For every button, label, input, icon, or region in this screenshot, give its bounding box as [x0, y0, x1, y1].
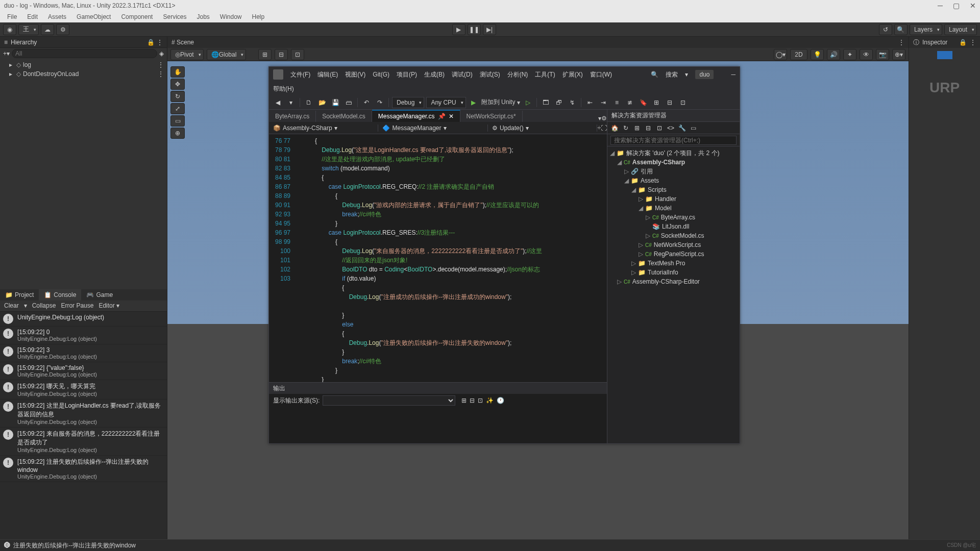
indent-in-icon[interactable]: ⇥ [598, 97, 609, 108]
tb-icon-a[interactable]: 🗔 [540, 97, 551, 108]
hand-tool-icon[interactable]: ✋ [170, 66, 185, 78]
play-button[interactable]: ▶ [452, 24, 465, 35]
expand-icon[interactable]: ▸ [9, 70, 14, 78]
more-icon[interactable]: ⋮ [970, 39, 976, 46]
layout-dropdown[interactable]: Layout [944, 24, 977, 35]
maximize-icon[interactable]: ▢ [953, 2, 960, 10]
split-icon[interactable]: ÷ [597, 124, 601, 132]
vs-menu-help[interactable]: 帮助(H) [273, 85, 294, 93]
save-all-icon[interactable]: 🗃 [343, 97, 354, 108]
scene-tab[interactable]: # Scene [172, 39, 194, 46]
error-pause-button[interactable]: Error Pause [61, 302, 93, 309]
gear-icon[interactable]: ⚙ [56, 24, 69, 35]
vs-menu-git[interactable]: Git(G) [373, 71, 389, 78]
crumb-class[interactable]: 🔷 MessageManager ▾ [378, 124, 487, 132]
vs-menu-debug[interactable]: 调试(D) [452, 70, 473, 79]
sln-file[interactable]: ▷C# NetWorkScript.cs [607, 240, 740, 249]
menu-edit[interactable]: Edit [23, 12, 42, 21]
fullscreen-icon[interactable]: ⛶ [601, 124, 607, 132]
fx-icon[interactable]: ✦ [843, 49, 856, 60]
camera-icon[interactable]: 📷 [876, 49, 889, 60]
sln-i2-icon[interactable]: ⊟ [643, 123, 653, 133]
global-dropdown[interactable]: 🌐 Global [207, 49, 247, 60]
out-icon-d[interactable]: ✨ [486, 397, 494, 404]
start-debug-button[interactable]: ▶ [468, 97, 479, 108]
menu-component[interactable]: Component [117, 12, 157, 21]
vs-menu-file[interactable]: 文件(F) [290, 70, 310, 79]
cloud-icon[interactable]: ☁ [41, 24, 54, 35]
config-dropdown[interactable]: Debug [392, 97, 424, 108]
sln-i5-icon[interactable]: ▭ [688, 123, 698, 133]
tb-icon-f[interactable]: ⊡ [677, 97, 689, 108]
log-row[interactable]: ![15:09:22] 这里是LoginHandler.cs 要read了,读取… [0, 399, 167, 428]
snap2-icon[interactable]: ⊡ [291, 49, 304, 60]
sln-tm[interactable]: ▷📁 TextMesh Pro [607, 259, 740, 268]
log-row[interactable]: !UnityEngine.Debug:Log (object) [0, 312, 167, 327]
menu-help[interactable]: Help [248, 12, 269, 21]
lock-icon[interactable]: 🔒 [147, 39, 155, 46]
rect-tool-icon[interactable]: ▭ [170, 115, 185, 127]
search-icon[interactable]: 🔍 [894, 24, 908, 35]
sln-i3-icon[interactable]: ⊡ [654, 123, 665, 133]
sln-ref[interactable]: ▷🔗 引用 [607, 167, 740, 176]
vs-menu-build[interactable]: 生成(B) [424, 70, 445, 79]
more-icon[interactable]: ⋮ [158, 61, 164, 68]
sln-tut[interactable]: ▷📁 TutorialInfo [607, 268, 740, 277]
vs-menu-ext[interactable]: 扩展(X) [562, 70, 583, 79]
undo-history-icon[interactable]: ↺ [879, 24, 892, 35]
console-body[interactable]: !UnityEngine.Debug:Log (object)![15:09:2… [0, 312, 167, 540]
new-icon[interactable]: 🗋 [303, 97, 314, 108]
tree-item[interactable]: ▸ ◇ log ⋮ [0, 60, 167, 69]
pivot-dropdown[interactable]: ◎ Pivot [170, 49, 204, 60]
transform-tool-icon[interactable]: ⊕ [170, 128, 185, 139]
output-src-select[interactable] [323, 395, 455, 406]
save-icon[interactable]: 💾 [330, 97, 341, 108]
sln-home-icon[interactable]: 🏠 [609, 123, 620, 133]
clear-button[interactable]: Clear [4, 302, 19, 309]
undo-icon[interactable]: ↶ [361, 97, 372, 108]
vs-menu-test[interactable]: 测试(S) [480, 70, 500, 79]
account-icon[interactable]: ◉ [3, 24, 16, 35]
game-tab[interactable]: 🎮 Game [81, 289, 118, 300]
step-button[interactable]: ▶| [483, 24, 496, 35]
vs-menu-view[interactable]: 视图(V) [345, 70, 365, 79]
nav-back-icon[interactable]: ◀ [272, 97, 283, 108]
project-tab[interactable]: 📁 Project [0, 289, 39, 300]
move-tool-icon[interactable]: ✥ [170, 79, 185, 90]
vs-menu-tools[interactable]: 工具(T) [535, 70, 555, 79]
scale-tool-icon[interactable]: ⤢ [170, 103, 185, 114]
layers-dropdown[interactable]: Layers [910, 24, 942, 35]
log-row[interactable]: ![15:09:22] 0UnityEngine.Debug:Log (obje… [0, 327, 167, 344]
menu-jobs[interactable]: Jobs [192, 12, 213, 21]
sln-wrench-icon[interactable]: 🔧 [677, 123, 687, 133]
indent-out-icon[interactable]: ⇤ [584, 97, 596, 108]
sln-scripts[interactable]: ◢📁 Scripts [607, 185, 740, 194]
sln-file[interactable]: ▷C# ByteArray.cs [607, 213, 740, 222]
editor-tab-active[interactable]: MessageManager.cs 📌 ✕ [372, 110, 460, 122]
log-row[interactable]: ![15:09:22] 来自服务器的消息，2222222222看看注册是否成功了… [0, 428, 167, 456]
vs-menu-edit[interactable]: 编辑(E) [317, 70, 338, 79]
crumb-method[interactable]: ⚙ Update() ▾ [488, 124, 597, 132]
rotate-tool-icon[interactable]: ↻ [170, 91, 185, 102]
platform-dropdown[interactable]: Any CPU [426, 97, 465, 108]
vs-menu-window[interactable]: 窗口(W) [590, 70, 612, 79]
editor-tab[interactable]: SocketModel.cs [316, 111, 372, 122]
close-icon[interactable]: ✕ [970, 2, 976, 10]
more-icon[interactable]: ⋮ [157, 39, 163, 46]
vs-minimize-icon[interactable]: ─ [731, 71, 736, 78]
scene-dropdown[interactable]: 王 [18, 24, 39, 35]
code-area[interactable]: { Debug.Log("这里是LoginHandler.cs 要read了,读… [295, 134, 607, 382]
tb-icon-b[interactable]: 🗗 [553, 97, 565, 108]
log-row[interactable]: ![15:09:22] 3UnityEngine.Debug:Log (obje… [0, 344, 167, 362]
tabs-gear-icon[interactable]: ⚙ [601, 115, 607, 122]
out-icon-b[interactable]: ⊟ [470, 397, 475, 404]
search-filter-icon[interactable]: ◈ [159, 50, 164, 57]
nav-fwd-icon[interactable]: ▾ [285, 97, 297, 108]
editor-dropdown[interactable]: Editor ▾ [99, 302, 119, 309]
console-tab[interactable]: 📋 Console [39, 289, 81, 300]
expand-icon[interactable]: ▸ [9, 61, 14, 68]
clear-caret-icon[interactable]: ▾ [24, 302, 27, 309]
log-row[interactable]: ![15:09:22] 注册失败的后续操作--弹出注册失败的windowUnit… [0, 456, 167, 482]
sln-search-input[interactable] [610, 136, 737, 145]
sln-file[interactable]: ▷C# RegPanelScript.cs [607, 249, 740, 259]
